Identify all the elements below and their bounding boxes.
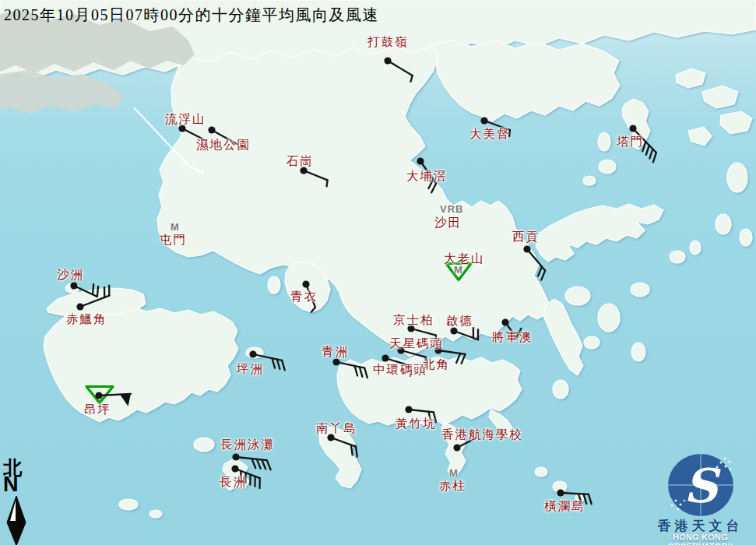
wind-barb bbox=[409, 410, 436, 422]
station-dot bbox=[397, 346, 404, 353]
wind-barb bbox=[331, 438, 357, 457]
station-dot bbox=[249, 350, 256, 357]
station-dot bbox=[523, 245, 530, 252]
station-dot bbox=[501, 318, 508, 325]
station-dot bbox=[302, 280, 309, 287]
station-dot bbox=[434, 346, 441, 353]
station-dot bbox=[417, 157, 424, 164]
wind-barb bbox=[212, 130, 237, 144]
wind-barb bbox=[527, 249, 545, 280]
hko-logo-name-latin: HONG KONG OBSERVATORY bbox=[645, 533, 756, 545]
compass-needle-icon bbox=[2, 493, 33, 545]
station-dot bbox=[382, 354, 389, 361]
station-dot bbox=[629, 125, 636, 132]
wind-barb bbox=[388, 61, 413, 82]
wind-barb bbox=[236, 457, 271, 469]
station-dot bbox=[453, 444, 460, 451]
wind-barb bbox=[420, 161, 436, 192]
compass: 北 N bbox=[2, 455, 33, 545]
hko-logo: S 香港天文台 HONG KONG OBSERVATORY bbox=[645, 450, 756, 545]
station-dot bbox=[231, 465, 238, 472]
station-dot bbox=[327, 434, 334, 441]
wind-barb bbox=[385, 358, 411, 376]
station-dot bbox=[208, 126, 215, 133]
mountain-triangle-marker bbox=[446, 264, 471, 280]
station-dot bbox=[332, 358, 339, 365]
wind-barb bbox=[306, 284, 315, 312]
wind-barb bbox=[561, 493, 592, 504]
wind-barb bbox=[253, 354, 285, 370]
station-dot bbox=[76, 303, 83, 310]
wind-map: 打鼓嶺流浮山濕地公園石崗大美督塔門大埔滘沙田VRB屯門M西貢大老山M沙洲赤鱲角青… bbox=[0, 0, 756, 545]
station-dot bbox=[384, 57, 391, 64]
station-dot bbox=[95, 392, 102, 399]
wind-barb bbox=[438, 350, 466, 364]
station-dot bbox=[405, 406, 412, 413]
hko-logo-icon: S bbox=[645, 450, 756, 517]
wind-barbs-layer bbox=[0, 0, 756, 545]
station-dot bbox=[450, 327, 457, 334]
station-dot bbox=[480, 117, 487, 124]
wind-barb bbox=[74, 284, 98, 297]
wind-barb bbox=[235, 469, 260, 488]
station-dot bbox=[178, 125, 185, 132]
station-dot bbox=[70, 282, 77, 289]
wind-barb bbox=[99, 394, 131, 406]
map-title: 2025年10月05日07時00分的十分鐘平均風向及風速 bbox=[4, 5, 379, 26]
wind-barb bbox=[336, 362, 367, 378]
wind-barb bbox=[182, 128, 206, 140]
wind-barb bbox=[304, 171, 328, 186]
wind-barb bbox=[484, 121, 510, 136]
svg-text:S: S bbox=[684, 459, 721, 513]
station-dot bbox=[232, 453, 239, 460]
station-dot bbox=[300, 167, 307, 174]
wind-barb bbox=[633, 128, 656, 162]
station-dot bbox=[407, 325, 414, 332]
wind-barb bbox=[411, 329, 436, 346]
station-dot bbox=[557, 489, 564, 496]
wind-barb bbox=[454, 328, 478, 339]
